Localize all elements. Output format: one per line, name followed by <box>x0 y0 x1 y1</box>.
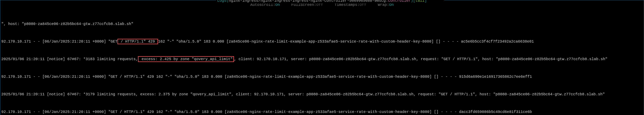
panel-title: Logs(nginx-ingress/nginx-ingress-ingress… <box>216 0 428 3</box>
highlight-http-429: / HTTP/1.1" 429 <box>118 39 158 44</box>
close-bracket: ] <box>424 0 427 3</box>
log-text: ", host: "p8080-za845ce06-z82b5bc64-gtw.… <box>1 22 134 26</box>
log-text: , client: 92.170.10.171, server: p8080-z… <box>234 57 608 61</box>
log-line: 92.170.10.171 - - [06/Jan/2025:21:20:11 … <box>1 39 643 44</box>
title-colon: : <box>386 0 388 3</box>
log-line: 2025/01/06 21:20:11 [notice] 67#67: *318… <box>1 56 643 62</box>
log-line: 2025/01/06 21:20:11 [notice] 67#67: *317… <box>1 91 643 97</box>
log-line: 92.170.10.171 - - [06/Jan/2025:21:20:11 … <box>1 109 643 115</box>
log-content[interactable]: ", host: "p8080-za845ce06-z82b5bc64-gtw.… <box>0 9 644 115</box>
highlight-excess-zone: excess: 2.425 by zone "qovery_api_limit" <box>138 56 234 62</box>
open-bracket: [ <box>413 0 415 3</box>
close-paren: ) <box>411 0 413 3</box>
log-line: 92.170.10.171 - - [06/Jan/2025:21:20:11 … <box>1 74 643 80</box>
log-text: 92.170.10.171 - - [06/Jan/2025:21:20:11 … <box>1 110 532 114</box>
log-line: ", host: "p8080-za845ce06-z82b5bc64-gtw.… <box>1 21 643 27</box>
log-text: 92.170.10.171 - - [06/Jan/2025:21:20:11 … <box>1 75 532 79</box>
log-text: 2025/01/06 21:20:11 [notice] 67#67: *318… <box>1 57 138 61</box>
container-name: controller <box>388 0 411 3</box>
title-prefix: Logs <box>217 0 226 3</box>
log-text: 2025/01/06 21:20:11 [notice] 67#67: *317… <box>1 92 605 97</box>
open-paren: ( <box>226 0 229 3</box>
pod-path: nginx-ingress/nginx-ingress-ingress-ngin… <box>229 0 386 3</box>
log-viewer-panel: Logs(nginx-ingress/nginx-ingress-ingress… <box>0 0 644 115</box>
log-text: 162 "-" "oha/1.5.0" 183 0.000 [za845ce06… <box>158 39 534 44</box>
log-text: 92.170.10.171 - - [06/Jan/2025:21:20:11 … <box>1 39 118 44</box>
tail-mode: tail <box>415 0 424 3</box>
